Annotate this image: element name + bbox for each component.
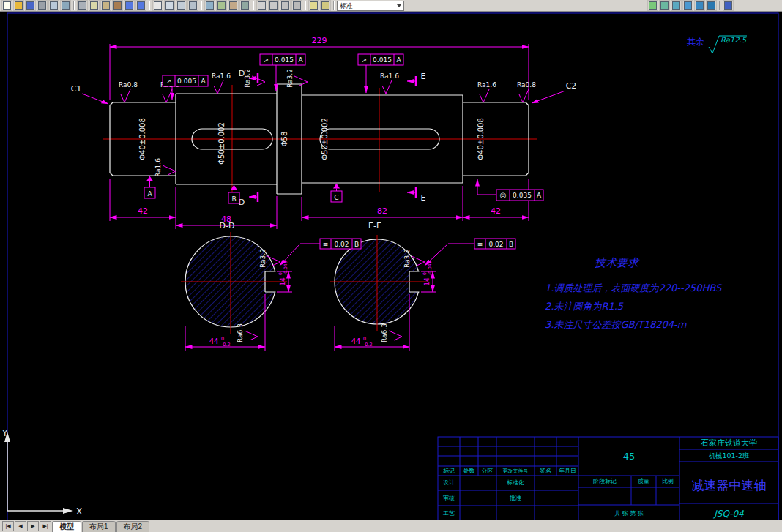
- dim-44-dd-tol-low: -0.2: [221, 342, 231, 348]
- dim-44-ee-tol-up: 0: [363, 336, 366, 342]
- help-icon[interactable]: [723, 0, 734, 11]
- text-style-combo[interactable]: 标准: [337, 1, 404, 11]
- zoom-previous-glyph: [189, 1, 197, 10]
- tb-label-process: 工艺: [443, 510, 455, 517]
- render-icon[interactable]: [682, 0, 693, 11]
- dim-overall: 229: [312, 36, 327, 45]
- layer-control-icon[interactable]: [320, 0, 331, 11]
- save-icon[interactable]: [25, 0, 36, 11]
- dia-right-journal: Φ40±0.008: [477, 118, 485, 160]
- move-icon[interactable]: [268, 0, 279, 11]
- cad-window: 标准: [0, 0, 782, 532]
- open-glyph: [15, 1, 23, 10]
- cut-letter-e-bottom: E: [421, 193, 426, 203]
- dim-82: 82: [377, 206, 387, 216]
- tab-model[interactable]: 模型: [52, 521, 81, 532]
- tab-nav-first-icon[interactable]: |◀: [2, 521, 14, 531]
- roughness-label: Ra3.2: [286, 69, 294, 88]
- dim-14-dd-tol-up: 0: [278, 272, 283, 275]
- tab-nav-last-icon[interactable]: ▶|: [40, 521, 51, 531]
- tb-part-name: 减速器中速轴: [692, 478, 767, 492]
- dim-14-ee: 14: [423, 277, 431, 286]
- tech-line-1: 1.调质处理后，表面硬度为220--250HBS: [545, 282, 723, 293]
- design-center-icon[interactable]: [216, 0, 227, 11]
- table-style-icon[interactable]: [659, 0, 670, 11]
- zoom-realtime-icon[interactable]: [164, 0, 175, 11]
- roughness-label: Ra1.6: [154, 158, 162, 177]
- undo-glyph: [125, 1, 133, 10]
- tb-label-std: 标准化: [507, 479, 524, 486]
- plot-preview-icon[interactable]: [48, 0, 59, 11]
- pan-icon[interactable]: [152, 0, 163, 11]
- move-glyph: [269, 1, 278, 10]
- svg-text:C: C: [334, 194, 338, 201]
- dim-44-dd-tol-up: 0: [221, 336, 224, 342]
- paste-glyph: [102, 1, 110, 10]
- tb-label-approve: 批准: [510, 495, 521, 501]
- properties-glyph: [206, 1, 214, 10]
- paste-icon[interactable]: [100, 0, 111, 11]
- materials-icon[interactable]: [694, 0, 705, 11]
- svg-text:B: B: [354, 241, 359, 248]
- dimension-style-icon[interactable]: [647, 0, 658, 11]
- zoom-window-icon[interactable]: [176, 0, 187, 11]
- plot-icon[interactable]: [37, 0, 48, 11]
- rotate-icon[interactable]: [280, 0, 291, 11]
- roughness-label: Ra1.6: [477, 81, 496, 89]
- combo-arrow-icon[interactable]: [397, 4, 401, 7]
- chamfer-c2: C2: [566, 81, 577, 91]
- tb-label-mass: 质量: [638, 478, 649, 484]
- tech-title: 技术要求: [595, 256, 640, 269]
- dia-collar: Φ58: [280, 132, 288, 147]
- tab-layout2[interactable]: 布局2: [116, 521, 150, 532]
- zoom-realtime-glyph: [165, 1, 174, 10]
- svg-text:↗: ↗: [264, 56, 269, 64]
- svg-text:↗: ↗: [166, 78, 172, 85]
- roughness-label: Ra1.6: [212, 72, 231, 80]
- layer-properties-icon[interactable]: [308, 0, 319, 11]
- toolbar-separator: [253, 1, 254, 10]
- tab-nav-prev-icon[interactable]: ◀: [15, 521, 26, 531]
- layout-tab-bar: |◀ ◀ ▶ ▶| 模型 布局1 布局2: [0, 520, 782, 532]
- undo-icon[interactable]: [124, 0, 135, 11]
- publish-icon[interactable]: [60, 0, 71, 11]
- lights-icon[interactable]: [706, 0, 717, 11]
- svg-text:A: A: [147, 190, 152, 198]
- dimension-style-glyph: [649, 1, 657, 10]
- tool-palettes-icon[interactable]: [228, 0, 239, 11]
- dia-left-journal: Φ40±0.008: [138, 118, 146, 160]
- sheet-set-manager-icon[interactable]: [239, 0, 250, 11]
- dim-42-left: 42: [138, 206, 148, 216]
- trim-icon[interactable]: [291, 0, 302, 11]
- materials-glyph: [696, 1, 704, 10]
- text-style-icon[interactable]: [671, 0, 682, 11]
- dim-44-dd: 44: [209, 337, 219, 345]
- svg-text:B: B: [231, 195, 236, 203]
- tab-nav-next-icon[interactable]: ▶: [27, 521, 39, 531]
- toolbar-separator: [305, 1, 306, 10]
- new-icon[interactable]: [1, 0, 12, 11]
- tech-line-3: 3.未注尺寸公差按GB/T18204-m: [545, 319, 687, 330]
- layer-properties-glyph: [310, 1, 318, 10]
- drawing-viewport[interactable]: 229 42 48 82 42 44 0 -0.2 44 0 -0.2 14 0…: [0, 12, 782, 520]
- svg-text:0.015: 0.015: [275, 56, 294, 64]
- copy-icon[interactable]: [89, 0, 100, 11]
- tab-layout1[interactable]: 布局1: [82, 521, 116, 532]
- text-style-glyph: [672, 1, 680, 10]
- toolbar-separator: [73, 1, 75, 10]
- match-properties-icon[interactable]: [112, 0, 123, 11]
- redo-icon[interactable]: [135, 0, 146, 11]
- zoom-previous-icon[interactable]: [187, 0, 198, 11]
- tb-label-mark: 标记: [443, 468, 455, 474]
- new-glyph: [3, 1, 11, 10]
- svg-text:A: A: [396, 56, 401, 64]
- open-icon[interactable]: [13, 0, 24, 11]
- toolbar-separator: [333, 1, 335, 10]
- tb-class: 机械101-2班: [708, 452, 749, 460]
- erase-icon[interactable]: [256, 0, 267, 11]
- cut-icon[interactable]: [77, 0, 88, 11]
- drawing-canvas[interactable]: 229 42 48 82 42 44 0 -0.2 44 0 -0.2 14 0…: [0, 12, 782, 520]
- tb-material: 45: [623, 451, 636, 462]
- properties-icon[interactable]: [204, 0, 215, 11]
- lights-glyph: [707, 1, 715, 10]
